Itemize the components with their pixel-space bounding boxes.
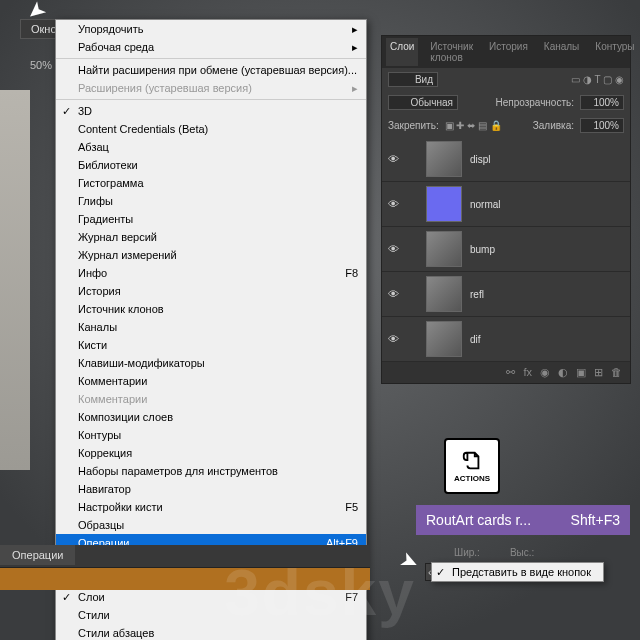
group-icon[interactable]: ▣: [576, 366, 586, 379]
panel-tab[interactable]: История: [485, 38, 532, 66]
menu-item[interactable]: Настройки кистиF5: [56, 498, 366, 516]
layer-thumbnail[interactable]: [426, 186, 462, 222]
menu-item[interactable]: Расширения (устаревшая версия)▸: [56, 79, 366, 97]
layer-thumbnail[interactable]: [426, 321, 462, 357]
menu-item[interactable]: Библиотеки: [56, 156, 366, 174]
mask-icon[interactable]: ◉: [540, 366, 550, 379]
layer-row[interactable]: 👁dif: [382, 317, 630, 362]
menu-item[interactable]: Навигатор: [56, 480, 366, 498]
menu-item[interactable]: Глифы: [56, 192, 366, 210]
delete-icon[interactable]: 🗑: [611, 366, 622, 379]
panel-tab[interactable]: Источник клонов: [426, 38, 477, 66]
layer-name[interactable]: dif: [470, 334, 481, 345]
layer-name[interactable]: refl: [470, 289, 484, 300]
new-layer-icon[interactable]: ⊞: [594, 366, 603, 379]
lock-label: Закрепить:: [388, 120, 439, 131]
menu-item[interactable]: Образцы: [56, 516, 366, 534]
panel-tab[interactable]: Каналы: [540, 38, 584, 66]
actions-panel-tab[interactable]: Операции: [0, 545, 75, 565]
fill-label: Заливка:: [533, 120, 574, 131]
layer-filter-icons[interactable]: ▭ ◑ T ▢ ◉: [571, 74, 624, 85]
canvas-edge: [0, 90, 30, 470]
layer-thumbnail[interactable]: [426, 276, 462, 312]
menu-item[interactable]: Абзац: [56, 138, 366, 156]
dimension-labels: Шир.:Выс.:: [454, 547, 534, 558]
blend-mode-select[interactable]: Обычная: [388, 95, 458, 110]
layer-row[interactable]: 👁displ: [382, 137, 630, 182]
panel-tabs: СлоиИсточник клоновИсторияКаналыКонтуры«: [382, 36, 630, 68]
menu-item[interactable]: Наборы параметров для инструментов: [56, 462, 366, 480]
action-name: RoutArt cards r...: [426, 512, 531, 528]
menu-item[interactable]: Стили абзацев: [56, 624, 366, 640]
fill-value[interactable]: 100%: [580, 118, 624, 133]
actions-panel: Операции: [0, 545, 370, 590]
panel-tab[interactable]: Слои: [386, 38, 418, 66]
menu-item[interactable]: ✓СлоиF7: [56, 588, 366, 606]
menu-item[interactable]: Коррекция: [56, 444, 366, 462]
menu-item[interactable]: Стили: [56, 606, 366, 624]
menu-item[interactable]: История: [56, 282, 366, 300]
visibility-icon[interactable]: 👁: [386, 198, 400, 210]
script-icon: [461, 450, 483, 472]
layer-name[interactable]: displ: [470, 154, 491, 165]
tutorial-arrow-2: ➤: [395, 545, 422, 576]
menu-item[interactable]: Композиции слоев: [56, 408, 366, 426]
opacity-value[interactable]: 100%: [580, 95, 624, 110]
menu-item[interactable]: Клавиши-модификаторы: [56, 354, 366, 372]
layers-panel: СлоиИсточник клоновИсторияКаналыКонтуры«…: [381, 35, 631, 384]
actions-panel-body[interactable]: [0, 567, 370, 590]
layer-filter-select[interactable]: Вид: [388, 72, 438, 87]
layer-name[interactable]: normal: [470, 199, 501, 210]
menu-item[interactable]: ИнфоF8: [56, 264, 366, 282]
layer-row[interactable]: 👁normal: [382, 182, 630, 227]
layer-thumbnail[interactable]: [426, 141, 462, 177]
menu-item[interactable]: Content Credentials (Beta): [56, 120, 366, 138]
menu-item[interactable]: Гистограмма: [56, 174, 366, 192]
visibility-icon[interactable]: 👁: [386, 288, 400, 300]
menu-item[interactable]: Источник клонов: [56, 300, 366, 318]
menu-item[interactable]: Найти расширения при обмене (устаревшая …: [56, 61, 366, 79]
panel-tab[interactable]: Контуры: [591, 38, 638, 66]
menu-item[interactable]: Контуры: [56, 426, 366, 444]
visibility-icon[interactable]: 👁: [386, 153, 400, 165]
fx-icon[interactable]: fx: [523, 366, 532, 379]
menu-item[interactable]: Комментарии: [56, 372, 366, 390]
menu-item[interactable]: Кисти: [56, 336, 366, 354]
action-button[interactable]: RoutArt cards r... Shft+F3: [416, 505, 630, 535]
menu-item[interactable]: Журнал версий: [56, 228, 366, 246]
layer-row[interactable]: 👁refl: [382, 272, 630, 317]
check-icon: ✓: [436, 566, 445, 579]
menu-item[interactable]: Каналы: [56, 318, 366, 336]
button-mode-item[interactable]: ✓ Представить в виде кнопок: [432, 563, 603, 581]
visibility-icon[interactable]: 👁: [386, 243, 400, 255]
layer-thumbnail[interactable]: [426, 231, 462, 267]
panel-flyout-menu: ✓ Представить в виде кнопок: [431, 562, 604, 582]
layer-row[interactable]: 👁bump: [382, 227, 630, 272]
menu-item[interactable]: Упорядочить▸: [56, 20, 366, 38]
actions-script-icon[interactable]: ACTIONS: [444, 438, 500, 494]
menu-item[interactable]: Рабочая среда▸: [56, 38, 366, 56]
link-layers-icon[interactable]: ⚯: [506, 366, 515, 379]
menu-item[interactable]: Журнал измерений: [56, 246, 366, 264]
visibility-icon[interactable]: 👁: [386, 333, 400, 345]
layers-panel-footer: ⚯ fx ◉ ◐ ▣ ⊞ 🗑: [382, 362, 630, 383]
adjustment-icon[interactable]: ◐: [558, 366, 568, 379]
opacity-label: Непрозрачность:: [495, 97, 574, 108]
lock-icons[interactable]: ▣ ✚ ⬌ ▤ 🔒: [445, 120, 502, 131]
action-shortcut: Shft+F3: [571, 512, 620, 528]
menu-item[interactable]: Комментарии: [56, 390, 366, 408]
layer-name[interactable]: bump: [470, 244, 495, 255]
menu-item[interactable]: ✓3D: [56, 102, 366, 120]
actions-label: ACTIONS: [454, 474, 490, 483]
menu-item[interactable]: Градиенты: [56, 210, 366, 228]
